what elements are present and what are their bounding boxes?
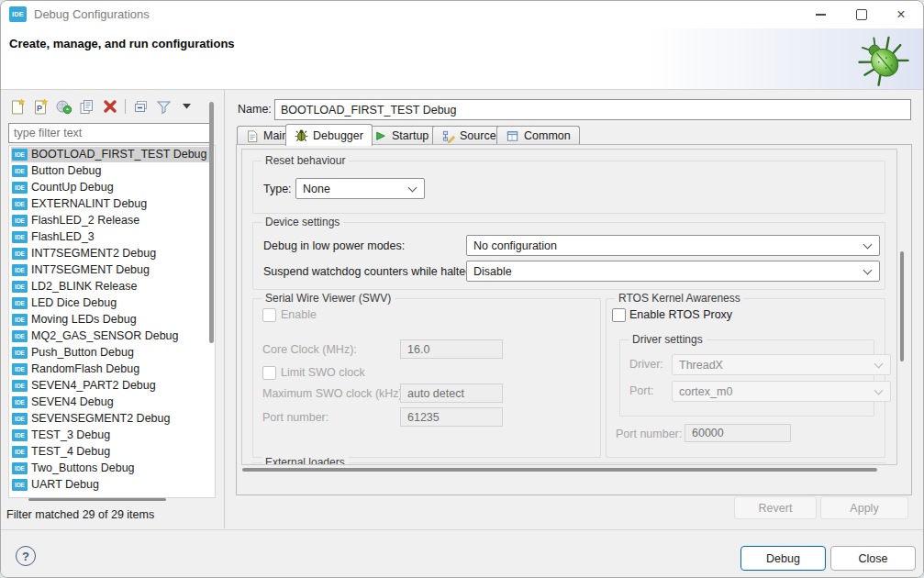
rtos-port-number-label: Port number:	[616, 428, 682, 440]
ide-config-icon: IDE	[12, 215, 28, 227]
rtos-proxy-label: Enable RTOS Proxy	[629, 308, 732, 321]
content-horizontal-scrollbar[interactable]	[242, 468, 877, 472]
tree-item[interactable]: IDEFlashLED_3	[9, 228, 215, 245]
chevron-down-icon	[874, 359, 884, 368]
tree-item[interactable]: IDEMQ2_GAS_SENSOR Debug	[9, 328, 215, 344]
ide-config-icon: IDE	[12, 429, 28, 441]
reset-behaviour-group: Reset behaviour Type: None	[252, 161, 885, 214]
tree-item-label: Button Debug	[31, 164, 101, 177]
max-swo-label: Maximum SWO clock (kHz):	[262, 387, 406, 400]
table-icon	[506, 129, 519, 143]
swv-enable-checkbox[interactable]	[262, 308, 276, 322]
tree-item[interactable]: IDEMoving LEDs Debug	[9, 311, 215, 328]
tree-item[interactable]: IDEINT7SEGMENT2 Debug	[9, 245, 215, 261]
tree-item[interactable]: IDESEVEN4_PART2 Debug	[9, 377, 215, 394]
limit-swo-label: Limit SWO clock	[281, 366, 365, 379]
driver-select[interactable]: ThreadX	[672, 354, 891, 375]
limit-swo-checkbox[interactable]	[262, 366, 276, 380]
close-button[interactable]: Close	[830, 546, 916, 571]
duplicate-icon[interactable]	[77, 97, 96, 116]
configurations-toolbar: P	[8, 96, 196, 117]
maximize-button[interactable]	[841, 1, 882, 28]
chevron-down-icon	[863, 239, 873, 249]
driver-settings-group: Driver settings Driver: ThreadX Port: co…	[619, 339, 874, 417]
ide-config-icon: IDE	[12, 330, 28, 342]
tree-item[interactable]: IDEFlashLED_2 Release	[9, 212, 215, 228]
reset-behaviour-title: Reset behaviour	[262, 154, 349, 167]
tree-horizontal-scrollbar[interactable]	[28, 498, 166, 501]
core-clock-label: Core Clock (MHz):	[262, 343, 357, 356]
source-tree-icon	[441, 129, 455, 143]
config-tree[interactable]: IDEBOOTLOAD_FIRST_TEST Debug IDEButton D…	[8, 145, 216, 498]
rtos-port-number-field[interactable]: 60000	[685, 424, 791, 442]
driver-settings-title: Driver settings	[629, 333, 707, 346]
filter-input[interactable]	[8, 123, 214, 143]
ide-config-icon: IDE	[12, 264, 28, 276]
tree-item[interactable]: IDESEVEN4 Debug	[9, 394, 215, 410]
driver-label: Driver:	[629, 358, 663, 371]
watchdog-select[interactable]: Disable	[466, 261, 880, 282]
panel-divider[interactable]	[224, 90, 225, 528]
window-title: Debug Configurations	[34, 7, 150, 21]
tree-item[interactable]: IDEEXTERNALINT Debug	[9, 195, 215, 212]
tree-item-label: UART Debug	[31, 478, 99, 491]
svg-text:P: P	[37, 104, 42, 113]
close-window-button[interactable]: ×	[881, 1, 921, 28]
tree-item[interactable]: IDEUART Debug	[9, 476, 215, 493]
filter-icon[interactable]	[154, 97, 173, 116]
low-power-select[interactable]: No configuration	[466, 235, 880, 256]
device-settings-group: Device settings Debug in low power modes…	[252, 222, 885, 290]
watchdog-label: Suspend watchdog counters while halted:	[263, 265, 475, 278]
apply-button[interactable]: Apply	[820, 496, 908, 519]
dialog-footer: ? Debug Close	[1, 529, 923, 578]
tab-source[interactable]: Source	[432, 126, 506, 145]
tree-item[interactable]: IDEINT7SEGMENT Debug	[9, 261, 215, 278]
tree-item[interactable]: IDELED Dice Debug	[9, 295, 215, 311]
tree-item-label: LD2_BLINK Release	[31, 280, 137, 293]
revert-button[interactable]: Revert	[734, 496, 817, 519]
rtos-proxy-checkbox[interactable]	[612, 308, 626, 322]
tree-item[interactable]: IDETEST_3 Debug	[9, 427, 215, 443]
content-vertical-scrollbar[interactable]	[900, 251, 904, 361]
debug-button[interactable]: Debug	[740, 546, 826, 571]
toolbar-menu-arrow-icon[interactable]	[177, 97, 196, 116]
new-configuration-icon[interactable]	[8, 97, 28, 116]
rtos-port-label: Port:	[629, 384, 653, 397]
tree-item[interactable]: IDELD2_BLINK Release	[9, 278, 215, 295]
minimize-button[interactable]	[800, 1, 841, 28]
tree-item[interactable]: IDERandomFlash Debug	[9, 361, 215, 377]
tree-item[interactable]: IDEPush_Button Debug	[9, 344, 215, 361]
delete-icon[interactable]	[100, 97, 119, 116]
rtos-port-select[interactable]: cortex_m0	[672, 381, 891, 402]
tree-item[interactable]: IDETwo_Buttons Debug	[9, 460, 215, 476]
low-power-value: No configuration	[473, 239, 557, 252]
tree-item[interactable]: IDECountUp Debug	[9, 179, 215, 195]
tab-common[interactable]: Common	[496, 126, 580, 145]
tab-startup[interactable]: Startup	[365, 126, 438, 145]
export-configuration-icon[interactable]	[54, 97, 73, 116]
tree-item[interactable]: IDEButton Debug	[9, 162, 215, 179]
reset-type-select[interactable]: None	[295, 178, 425, 199]
tree-item[interactable]: IDESEVENSEGMENT2 Debug	[9, 410, 215, 427]
ide-config-icon: IDE	[12, 165, 28, 177]
core-clock-value: 16.0	[407, 343, 429, 356]
max-swo-field[interactable]: auto detect	[400, 383, 503, 403]
chevron-down-icon	[874, 385, 884, 395]
ide-config-icon: IDE	[12, 248, 28, 260]
play-icon	[374, 129, 387, 142]
collapse-all-icon[interactable]	[131, 97, 150, 116]
ide-config-icon: IDE	[12, 380, 28, 392]
help-icon[interactable]: ?	[16, 546, 36, 566]
core-clock-field[interactable]: 16.0	[400, 339, 503, 359]
swv-enable-label: Enable	[281, 308, 317, 321]
name-input[interactable]	[274, 99, 911, 120]
tab-debugger[interactable]: Debugger	[285, 124, 373, 146]
tab-debugger-label: Debugger	[313, 129, 363, 142]
tree-vertical-scrollbar[interactable]	[209, 102, 214, 343]
swv-port-field[interactable]: 61235	[400, 407, 503, 427]
bug-icon	[295, 128, 308, 142]
tree-item[interactable]: IDEBOOTLOAD_FIRST_TEST Debug	[9, 146, 215, 162]
new-prototype-icon[interactable]: P	[31, 97, 50, 116]
rtos-port-value: cortex_m0	[679, 385, 732, 398]
tree-item[interactable]: IDETEST_4 Debug	[9, 443, 215, 460]
